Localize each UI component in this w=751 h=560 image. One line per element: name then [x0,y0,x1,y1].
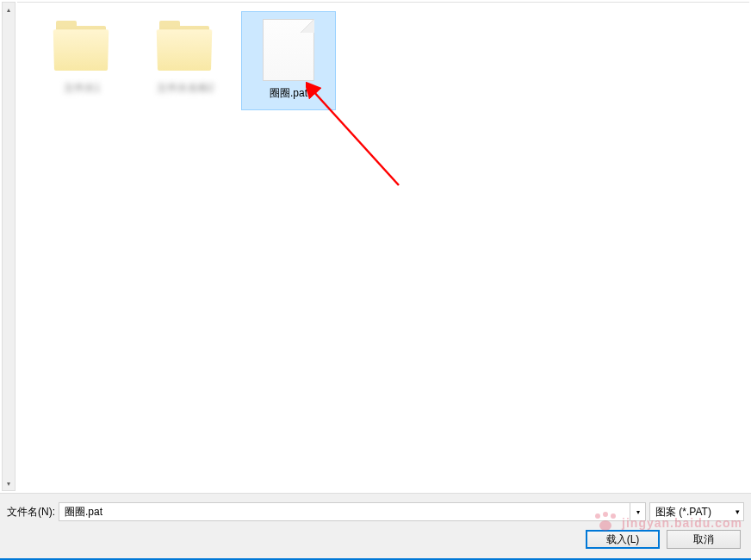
file-item[interactable]: 圈圈.pat [241,11,336,110]
scroll-down-button[interactable]: ▾ [3,476,15,490]
vertical-scrollbar[interactable]: ▴ ▾ [2,2,16,491]
filter-label: 图案 (*.PAT) [655,505,711,520]
filename-input[interactable] [59,502,630,521]
filetype-filter-dropdown[interactable]: 图案 (*.PAT) [649,502,744,521]
filename-label: 文件名(N): [7,505,55,520]
bottom-panel: 文件名(N): ▾ 图案 (*.PAT) 载入(L) 取消 [0,493,751,560]
cancel-button[interactable]: 取消 [667,530,741,549]
folder-icon [158,26,213,74]
load-button[interactable]: 载入(L) [586,530,660,549]
item-label: 圈圈.pat [270,86,307,101]
folder-item[interactable]: 文件夹1 [34,11,129,110]
filename-dropdown-button[interactable]: ▾ [630,502,646,521]
folder-icon [54,26,109,74]
document-icon [263,19,314,81]
file-list-area[interactable]: 文件夹1文件夹名称2圈圈.pat [17,2,749,491]
scroll-up-button[interactable]: ▴ [3,3,15,16]
item-label: 文件夹名称2 [157,81,214,96]
folder-item[interactable]: 文件夹名称2 [138,11,233,110]
item-label: 文件夹1 [64,81,101,96]
